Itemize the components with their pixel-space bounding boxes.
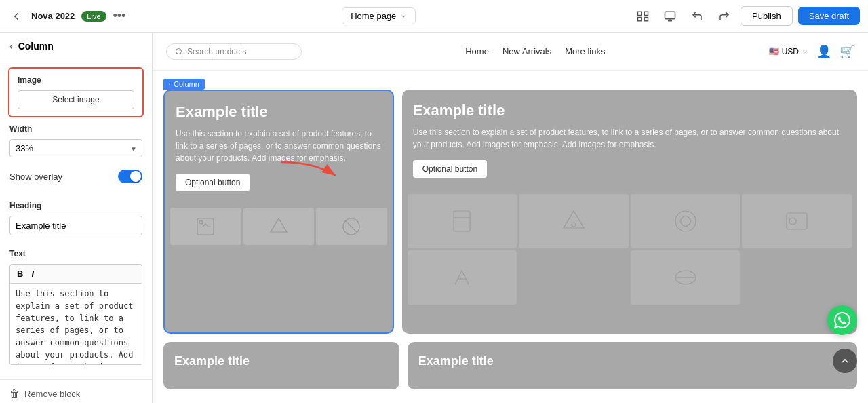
- column-1-images: [165, 204, 393, 249]
- svg-line-8: [180, 53, 182, 54]
- width-label: Width: [9, 124, 142, 134]
- page-selector[interactable]: Home page: [342, 7, 416, 24]
- product-image-placeholder: [631, 194, 741, 248]
- select-image-button[interactable]: Select image: [18, 90, 134, 109]
- search-bar[interactable]: Search products: [166, 43, 302, 60]
- back-icon[interactable]: [8, 8, 24, 24]
- width-select[interactable]: 33% 50% 66% 100%: [9, 139, 142, 157]
- chevron-left-icon: ‹: [169, 81, 171, 88]
- svg-rect-0: [638, 12, 642, 15]
- currency-chevron-icon: [802, 48, 808, 55]
- italic-button[interactable]: I: [28, 267, 37, 280]
- redo-icon: [718, 10, 730, 22]
- column-tag[interactable]: ‹ Column: [163, 79, 205, 90]
- topbar-left: Nova 2022 Live •••: [8, 8, 125, 24]
- svg-line-13: [346, 221, 357, 232]
- sidebar-header: ‹ Column: [0, 33, 152, 60]
- product-image-placeholder: [408, 250, 517, 305]
- column-2-images: [402, 190, 857, 309]
- width-select-wrapper: 33% 50% 66% 100% ▼: [9, 139, 142, 157]
- whatsapp-button[interactable]: [827, 305, 857, 335]
- publish-button[interactable]: Publish: [741, 6, 793, 26]
- column-1-button[interactable]: Optional button: [176, 174, 250, 191]
- column-card-1-content: Example title Use this section to explai…: [165, 91, 393, 204]
- nav-right: 🇺🇸 USD 👤 🛒: [769, 44, 854, 59]
- svg-rect-1: [644, 12, 648, 15]
- image-section: Image Select image: [8, 67, 144, 117]
- grid-icon-btn[interactable]: [632, 5, 654, 27]
- columns-row: Example title Use this section to explai…: [163, 90, 857, 334]
- svg-point-7: [176, 48, 182, 54]
- monitor-icon: [664, 10, 676, 22]
- product-image-placeholder: [316, 208, 387, 245]
- topbar: Nova 2022 Live ••• Home page Publish Sav…: [0, 0, 868, 33]
- account-icon[interactable]: 👤: [816, 44, 831, 59]
- heading-label: Heading: [9, 201, 142, 210]
- currency-label: USD: [782, 47, 799, 56]
- bottom-col-1: Example title: [163, 342, 399, 389]
- product-image-placeholder: [742, 194, 852, 248]
- columns-wrapper: ‹ Column Example title Use this section …: [153, 71, 868, 398]
- bottom-col-2: Example title: [408, 342, 857, 389]
- text-area[interactable]: Use this section to explain a set of pro…: [9, 284, 142, 365]
- undo-icon-btn[interactable]: [686, 5, 708, 27]
- canvas: Search products Home New Arrivals More l…: [153, 33, 868, 403]
- search-placeholder: Search products: [187, 47, 246, 56]
- column-card-2[interactable]: Example title Use this section to explai…: [402, 90, 857, 334]
- cart-icon[interactable]: 🛒: [840, 44, 854, 59]
- store-nav: Search products Home New Arrivals More l…: [153, 33, 868, 71]
- save-draft-button[interactable]: Save draft: [798, 7, 860, 25]
- bottom-col-1-title: Example title: [174, 354, 389, 368]
- text-section: Text B I Use this section to explain a s…: [0, 242, 152, 374]
- more-icon[interactable]: •••: [113, 9, 126, 23]
- svg-point-17: [572, 223, 576, 227]
- column-2-body: Use this section to explain a set of pro…: [413, 126, 846, 151]
- site-name: Nova 2022: [31, 11, 75, 21]
- column-2-button[interactable]: Optional button: [413, 160, 487, 178]
- page-selector-label: Home page: [351, 11, 396, 21]
- bottom-col-2-title: Example title: [418, 354, 846, 368]
- monitor-icon-btn[interactable]: [659, 5, 681, 27]
- column-card-1[interactable]: Example title Use this section to explai…: [163, 90, 394, 334]
- nav-link-new-arrivals[interactable]: New Arrivals: [502, 46, 551, 56]
- product-image-placeholder: [170, 208, 241, 245]
- sidebar-back-icon[interactable]: ‹: [9, 41, 13, 52]
- column-tag-label: Column: [174, 80, 199, 88]
- remove-block-label: Remove block: [24, 389, 80, 399]
- width-section: Width 33% 50% 66% 100% ▼: [0, 117, 152, 164]
- product-image-placeholder: [631, 250, 741, 305]
- nav-link-more[interactable]: More links: [565, 46, 605, 56]
- svg-rect-14: [454, 211, 470, 231]
- heading-input[interactable]: [9, 216, 142, 235]
- column-2-title: Example title: [413, 102, 846, 119]
- column-1-body: Use this section to explain a set of pro…: [176, 128, 382, 164]
- overlay-section: Show overlay: [0, 164, 152, 189]
- redo-icon-btn[interactable]: [713, 5, 735, 27]
- arrow-up-icon: [840, 356, 850, 366]
- live-badge: Live: [81, 11, 106, 22]
- chevron-down-icon: [400, 13, 407, 20]
- whatsapp-icon: [834, 312, 850, 328]
- flag-icon: 🇺🇸: [769, 47, 779, 56]
- sidebar: ‹ Column Image Select image Width 33% 50…: [0, 33, 153, 403]
- grid-icon: [637, 10, 649, 22]
- undo-icon: [691, 10, 703, 22]
- text-label: Text: [9, 249, 142, 258]
- topbar-right: Publish Save draft: [632, 5, 860, 27]
- svg-point-10: [199, 220, 203, 224]
- bold-button[interactable]: B: [14, 267, 26, 280]
- show-overlay-label: Show overlay: [9, 172, 62, 182]
- nav-link-home[interactable]: Home: [465, 46, 489, 56]
- search-icon: [175, 47, 183, 56]
- text-toolbar: B I: [9, 264, 142, 284]
- bottom-row: Example title Example title: [163, 342, 857, 389]
- remove-block-footer[interactable]: 🗑 Remove block: [0, 379, 152, 403]
- show-overlay-toggle[interactable]: [118, 170, 142, 183]
- nav-links: Home New Arrivals More links: [313, 46, 758, 56]
- preview-container: Search products Home New Arrivals More l…: [153, 33, 868, 403]
- currency-selector[interactable]: 🇺🇸 USD: [769, 47, 808, 56]
- product-image-placeholder: [243, 208, 315, 245]
- heading-section: Heading: [0, 194, 152, 242]
- svg-marker-11: [271, 218, 287, 232]
- scroll-up-button[interactable]: [833, 349, 857, 373]
